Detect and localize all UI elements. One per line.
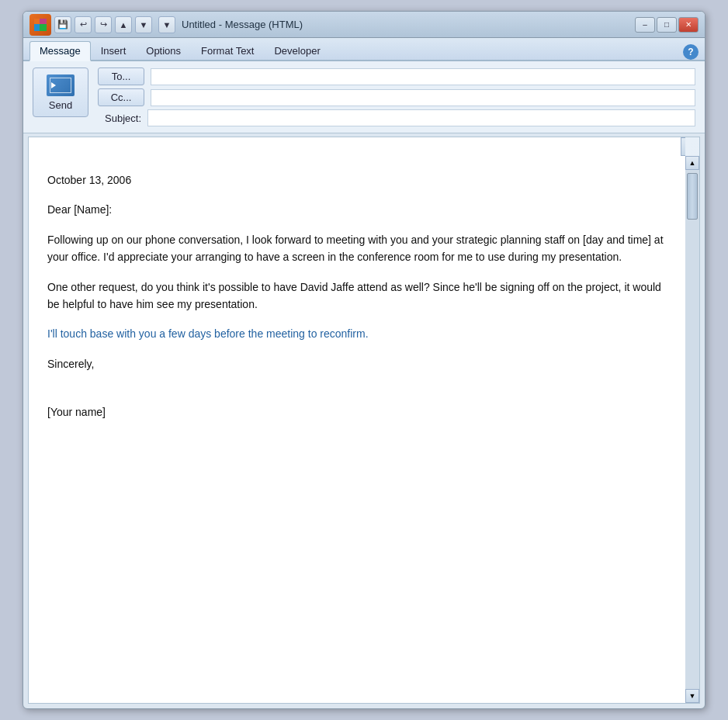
scroll-up-button[interactable]: ▲ xyxy=(685,156,699,170)
tab-developer[interactable]: Developer xyxy=(264,41,330,60)
pin-button[interactable]: ▼ xyxy=(158,16,175,33)
window-controls: – □ ✕ xyxy=(635,17,699,33)
title-bar-left: 💾 ↩ ↪ ▲ ▼ ▼ Untitled - Message (HTML) xyxy=(29,14,630,36)
email-body-wrapper: ▲ ▼ October 13, 2006 Dear [Name]: Follow… xyxy=(28,137,700,704)
email-signature: [Your name] xyxy=(47,403,667,421)
tab-insert[interactable]: Insert xyxy=(91,41,137,60)
cc-input[interactable] xyxy=(151,89,695,106)
save-button[interactable]: 💾 xyxy=(54,16,71,33)
to-button[interactable]: To... xyxy=(98,68,144,85)
scrollbar: ▲ ▼ xyxy=(685,137,699,703)
tab-message[interactable]: Message xyxy=(29,41,91,61)
scroll-down-button[interactable]: ▼ xyxy=(685,689,699,703)
help-button[interactable]: ? xyxy=(683,44,699,60)
window-title: Untitled - Message (HTML) xyxy=(182,19,303,30)
up-button[interactable]: ▲ xyxy=(115,16,132,33)
send-icon xyxy=(47,74,75,96)
undo-button[interactable]: ↩ xyxy=(75,16,92,33)
email-header: Send To... Cc... Subject: xyxy=(23,61,705,133)
down-button[interactable]: ▼ xyxy=(135,16,152,33)
email-closing: Sincerely, xyxy=(47,355,667,372)
send-button[interactable]: Send xyxy=(33,68,88,117)
title-bar: 💾 ↩ ↪ ▲ ▼ ▼ Untitled - Message (HTML) – … xyxy=(23,12,705,38)
close-button[interactable]: ✕ xyxy=(678,17,699,33)
minimize-button[interactable]: – xyxy=(635,17,655,33)
tab-format-text[interactable]: Format Text xyxy=(191,41,264,60)
subject-input[interactable] xyxy=(147,109,695,126)
email-paragraph2: One other request, do you think it's pos… xyxy=(47,279,667,313)
subject-row: Subject: xyxy=(98,109,695,126)
email-paragraph3: I'll touch base with you a few days befo… xyxy=(47,325,667,342)
send-label: Send xyxy=(49,99,72,111)
to-row: To... xyxy=(98,68,695,85)
to-input[interactable] xyxy=(151,68,695,85)
scroll-track xyxy=(685,170,699,689)
email-date: October 13, 2006 xyxy=(47,171,667,189)
cc-row: Cc... xyxy=(98,88,695,106)
subject-label: Subject: xyxy=(98,112,141,124)
outlook-window: 💾 ↩ ↪ ▲ ▼ ▼ Untitled - Message (HTML) – … xyxy=(23,11,705,709)
email-greeting: Dear [Name]: xyxy=(47,201,667,218)
restore-button[interactable]: □ xyxy=(657,17,677,33)
office-logo-icon xyxy=(29,14,51,36)
redo-button[interactable]: ↪ xyxy=(95,16,112,33)
ribbon-tabs: Message Insert Options Format Text Devel… xyxy=(23,38,705,61)
email-content[interactable]: October 13, 2006 Dear [Name]: Following … xyxy=(29,156,685,703)
tab-options[interactable]: Options xyxy=(136,41,191,60)
cc-button[interactable]: Cc... xyxy=(98,88,144,106)
scroll-thumb[interactable] xyxy=(687,173,698,220)
svg-rect-3 xyxy=(40,24,47,31)
email-paragraph1: Following up on our phone conversation, … xyxy=(47,231,667,266)
